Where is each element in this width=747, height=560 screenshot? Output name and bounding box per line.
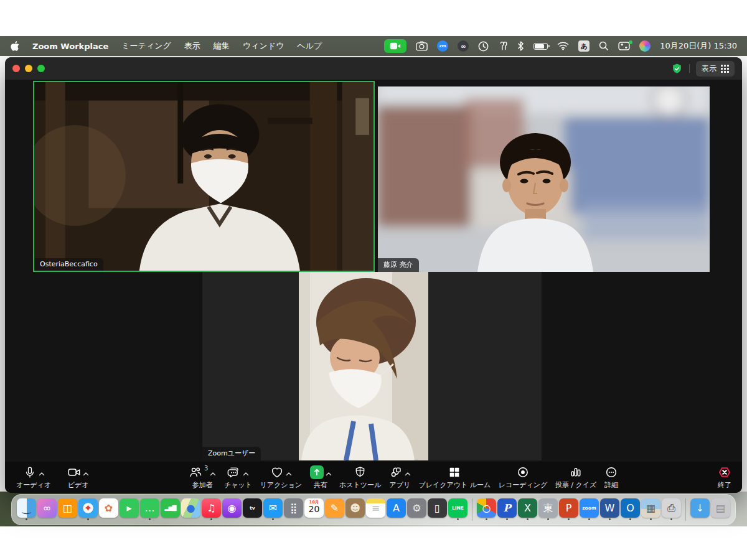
toolbar-video-button[interactable]: ビデオ bbox=[67, 462, 89, 493]
menu-5[interactable]: ヘルプ bbox=[297, 40, 322, 52]
heart-icon bbox=[270, 465, 284, 479]
outlook-glyph: O bbox=[626, 503, 634, 513]
participant-count-badge: 3 bbox=[204, 465, 208, 472]
dock-freeform-icon[interactable]: ∞ bbox=[37, 498, 57, 518]
toolbar-breakout-rooms-button[interactable]: ブレイクアウト ルーム bbox=[418, 462, 491, 493]
dock-launchpad-icon[interactable]: ⣿ bbox=[284, 498, 303, 518]
chevron-up-icon[interactable] bbox=[210, 467, 216, 478]
dock-photos-icon[interactable]: ✿ bbox=[99, 498, 118, 518]
running-indicator-dot bbox=[588, 518, 590, 520]
share-icon bbox=[310, 465, 324, 479]
battery-icon[interactable] bbox=[533, 43, 548, 50]
participants-icon bbox=[189, 465, 202, 479]
dock-maps-icon[interactable]: ● bbox=[181, 498, 200, 518]
running-indicator-dot bbox=[670, 518, 672, 520]
dock-podcasts-icon[interactable]: ◉ bbox=[222, 498, 242, 518]
chevron-up-icon[interactable] bbox=[286, 467, 292, 478]
dock-facetime-icon[interactable]: ▸ bbox=[120, 498, 139, 518]
participant-name-tag: Zoomユーザー bbox=[202, 447, 261, 460]
control-center-icon[interactable] bbox=[618, 42, 630, 50]
dock-zoom-app-icon[interactable]: zoom bbox=[580, 498, 599, 520]
video-tile-fujiwara[interactable]: 藤原 亮介 bbox=[378, 81, 710, 272]
chevron-up-icon[interactable] bbox=[243, 467, 249, 478]
airpods-icon[interactable] bbox=[498, 42, 508, 51]
menu-bar-menus: ミーティング表示編集ウィンドウヘルプ bbox=[121, 40, 322, 52]
dock-outlook-icon[interactable]: O bbox=[621, 498, 640, 520]
camera-active-icon[interactable] bbox=[384, 39, 406, 53]
dock-preview-image-icon[interactable]: ▦ bbox=[641, 498, 660, 520]
toolbar-share-label: 共有 bbox=[314, 480, 327, 490]
zoom-window: 表示 bbox=[5, 57, 742, 493]
dock-printer-icon[interactable]: ⎙ bbox=[662, 498, 681, 520]
clock-icon[interactable] bbox=[478, 41, 489, 52]
dock-downloads-folder-icon[interactable]: ↓ bbox=[690, 498, 710, 518]
menu-3[interactable]: 編集 bbox=[214, 40, 230, 52]
toolbar-end-meeting-button[interactable]: 終了 bbox=[717, 462, 732, 493]
toolbar-more-button[interactable]: 詳細 bbox=[604, 462, 618, 493]
dock-safari-icon[interactable]: ✦ bbox=[78, 498, 98, 520]
chevron-up-icon[interactable] bbox=[39, 467, 45, 478]
chevron-up-icon[interactable] bbox=[326, 467, 332, 478]
bluetooth-icon[interactable] bbox=[517, 41, 524, 51]
chevron-up-icon[interactable] bbox=[83, 467, 89, 478]
zoom-menubar-icon[interactable]: zm bbox=[437, 40, 448, 52]
siri-icon[interactable] bbox=[639, 40, 651, 52]
contacts-glyph: ☻ bbox=[350, 503, 360, 513]
dock-notes-icon[interactable]: ≡ bbox=[366, 498, 385, 518]
menu-bar-clock[interactable]: 10月20日(月) 15:30 bbox=[660, 40, 737, 52]
dock-iphone-mirroring-icon[interactable]: ▯ bbox=[428, 498, 447, 518]
video-tile-osteriabeccafico[interactable]: OsteriaBeccafico bbox=[33, 81, 375, 272]
wifi-icon[interactable] bbox=[557, 42, 569, 50]
powerpoint-glyph: P bbox=[566, 503, 572, 513]
dock-powerpoint-icon[interactable]: P bbox=[559, 498, 578, 520]
toolbar-reactions-button[interactable]: リアクション bbox=[260, 462, 302, 493]
close-window-button[interactable] bbox=[12, 65, 20, 72]
dock-apple-tv-icon[interactable]: tv bbox=[243, 498, 262, 518]
dock-chrome-icon[interactable]: ○ bbox=[477, 498, 496, 520]
menu-2[interactable]: 表示 bbox=[184, 40, 200, 52]
word-glyph: W bbox=[605, 503, 615, 513]
dock-word-icon[interactable]: W bbox=[600, 498, 619, 520]
dock-excel-icon[interactable]: X bbox=[518, 498, 537, 520]
screen-capture-icon[interactable] bbox=[416, 41, 428, 51]
minimize-window-button[interactable] bbox=[25, 65, 32, 72]
toolbar-participants-button[interactable]: 3参加者 bbox=[189, 462, 216, 493]
toolbar-polls-button[interactable]: 投票 / クイズ bbox=[555, 462, 596, 493]
spotlight-icon[interactable] bbox=[599, 41, 609, 51]
menu-1[interactable]: ミーティング bbox=[121, 40, 171, 52]
dock-music-icon[interactable]: ♫ bbox=[202, 498, 221, 520]
security-shield-icon[interactable] bbox=[671, 63, 683, 75]
video-tile-zoom-user[interactable]: Zoomユーザー bbox=[202, 272, 542, 460]
toolbar-share-button[interactable]: 共有 bbox=[310, 462, 332, 493]
meeting-toolbar: オーディオビデオ 3参加者チャットリアクション共有ホストツールアプリブレイクアウ… bbox=[5, 462, 742, 493]
toolbar-apps-button[interactable]: アプリ bbox=[389, 462, 411, 493]
menu-4[interactable]: ウィンドウ bbox=[243, 40, 284, 52]
dock-mail-icon[interactable]: ✉ bbox=[263, 498, 283, 520]
dock-numbers-icon[interactable]: ▂▅▇ bbox=[161, 498, 180, 518]
end-meeting-icon bbox=[717, 465, 732, 480]
creative-cloud-icon[interactable]: ∞ bbox=[458, 40, 469, 52]
app-menu-title[interactable]: Zoom Workplace bbox=[32, 42, 108, 51]
dock-books-icon[interactable]: ◫ bbox=[58, 498, 77, 518]
toolbar-audio-button[interactable]: オーディオ bbox=[16, 462, 51, 493]
dock-messages-icon[interactable]: … bbox=[140, 498, 159, 520]
dock-finder-icon[interactable]: ‿ bbox=[17, 498, 36, 520]
dock-settings-icon[interactable]: ⚙ bbox=[407, 498, 426, 518]
dock-line-icon[interactable]: LINE bbox=[448, 498, 467, 520]
dock-calendar-icon[interactable]: 10月20 bbox=[304, 498, 324, 518]
dock-p-app-icon[interactable]: P bbox=[497, 498, 517, 520]
chevron-up-icon[interactable] bbox=[405, 467, 411, 478]
dock-trash-icon[interactable]: ▤ bbox=[711, 498, 730, 518]
toolbar-recording-button[interactable]: レコーディング bbox=[499, 462, 548, 493]
dock-contacts-icon[interactable]: ☻ bbox=[345, 498, 365, 518]
toolbar-host-tools-button[interactable]: ホストツール bbox=[339, 462, 381, 493]
dock-pages-icon[interactable]: ✎ bbox=[325, 498, 344, 518]
input-source-icon[interactable]: あ bbox=[578, 40, 590, 52]
apple-menu-icon[interactable] bbox=[10, 41, 19, 52]
freeform-glyph: ∞ bbox=[43, 503, 51, 513]
dock-tokyo-app-icon[interactable]: 東 bbox=[538, 498, 558, 520]
dock-app-store-icon[interactable]: A bbox=[387, 498, 406, 518]
toolbar-chat-button[interactable]: チャット bbox=[224, 462, 252, 493]
view-button[interactable]: 表示 bbox=[696, 61, 735, 77]
zoom-window-button[interactable] bbox=[37, 65, 45, 72]
